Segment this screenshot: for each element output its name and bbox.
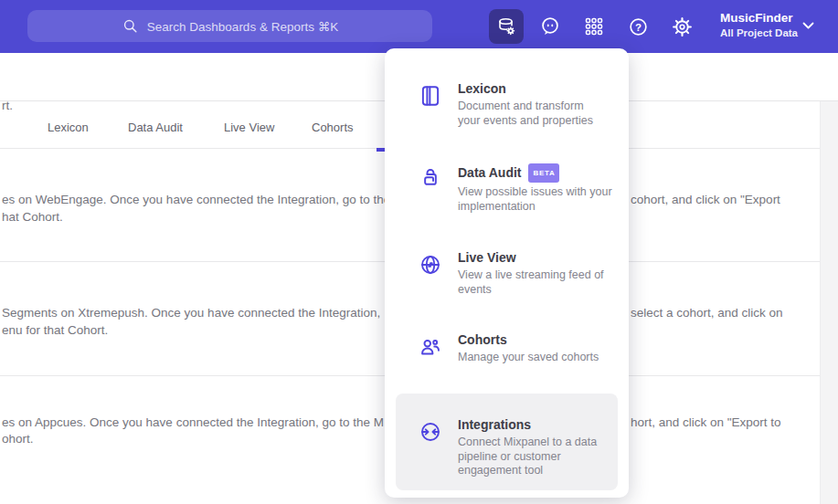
text-fragment: es on Appcues. Once you have connected t… (2, 415, 384, 429)
menu-item-description: Document and transform your events and p… (458, 100, 618, 128)
help-button[interactable]: ? (621, 9, 655, 44)
text-fragment: select a cohort, and click on (631, 306, 783, 320)
search-icon (122, 17, 139, 35)
text-fragment: enu for that Cohort. (2, 323, 108, 337)
menu-item-cohorts[interactable]: Cohorts Manage your saved cohorts (385, 332, 629, 365)
beta-badge: BETA (528, 163, 559, 183)
menu-item-description: View a live streaming feed of events (458, 268, 618, 297)
menu-item-title: Lexicon (458, 81, 618, 97)
menu-item-title: Live View (458, 250, 618, 266)
help-icon: ? (627, 16, 650, 38)
search-input[interactable]: Search Dashboards & Reports ⌘K (27, 10, 432, 42)
settings-button[interactable] (664, 9, 699, 44)
tab-data-audit[interactable]: Data Audit (128, 121, 183, 134)
tab-cohorts[interactable]: Cohorts (312, 121, 354, 134)
search-placeholder: Search Dashboards & Reports ⌘K (147, 19, 338, 34)
menu-item-title: Cohorts (458, 332, 618, 348)
menu-item-title: Data AuditBETA (458, 163, 618, 183)
menu-item-description: Manage your saved cohorts (458, 351, 618, 365)
globe-icon (419, 253, 442, 277)
text-fragment: rt. (2, 99, 13, 112)
text-fragment: hat Cohort. (2, 210, 63, 224)
tab-lexicon[interactable]: Lexicon (48, 121, 89, 134)
project-scope: All Project Data (720, 26, 798, 40)
text-fragment: hort, and click on "Export to (631, 415, 781, 429)
svg-text:?: ? (635, 21, 642, 32)
apps-grid-button[interactable] (577, 9, 611, 44)
tab-live-view[interactable]: Live View (224, 121, 274, 134)
menu-item-description: View possible issues with your implement… (458, 185, 618, 214)
menu-item-live-view[interactable]: Live View View a live streaming feed of … (385, 250, 629, 297)
data-management-button[interactable] (489, 9, 524, 44)
text-fragment: Segments on Xtremepush. Once you have co… (2, 306, 380, 320)
project-name: MusicFinder (720, 10, 798, 26)
menu-item-data-audit[interactable]: Data AuditBETA View possible issues with… (385, 163, 629, 214)
menu-item-description: Connect Mixpanel to a data pipeline or c… (458, 436, 609, 478)
scrollbar-track[interactable] (820, 101, 838, 504)
feedback-button[interactable] (533, 9, 568, 44)
sync-icon (419, 420, 442, 444)
text-fragment: es on WebEngage. Once you have connected… (2, 193, 390, 206)
text-fragment: cohort, and click on "Export (631, 193, 780, 206)
project-switcher[interactable]: MusicFinder All Project Data (720, 10, 798, 40)
data-management-icon (495, 16, 517, 37)
menu-item-title: Integrations (458, 417, 609, 433)
users-icon (419, 335, 442, 359)
chevron-down-icon[interactable] (802, 22, 814, 30)
feedback-icon (538, 15, 562, 38)
audit-lock-icon (419, 166, 442, 190)
app-header: Search Dashboards & Reports ⌘K (0, 0, 838, 53)
book-icon (419, 84, 442, 108)
text-fragment: ohort. (2, 432, 34, 446)
apps-grid-icon (583, 16, 605, 37)
gear-icon (671, 16, 694, 38)
menu-item-lexicon[interactable]: Lexicon Document and transform your even… (385, 81, 629, 128)
menu-item-integrations[interactable]: Integrations Connect Mixpanel to a data … (396, 394, 618, 490)
data-management-dropdown: Lexicon Document and transform your even… (385, 48, 629, 498)
